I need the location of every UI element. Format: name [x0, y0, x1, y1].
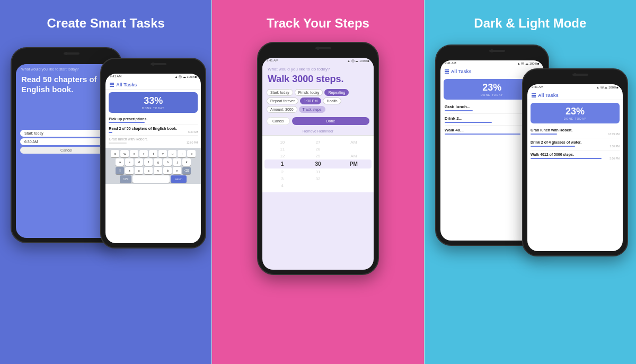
kb-y[interactable]: y	[158, 150, 167, 157]
remove-reminder[interactable]: Remove Reminder	[262, 127, 374, 136]
task-item: Read 2 of 50 chapters of English book. 6…	[109, 125, 198, 136]
kb-q[interactable]: q	[111, 150, 119, 157]
kb-f[interactable]: f	[144, 158, 153, 166]
menu-icon[interactable]	[110, 83, 114, 87]
kb-t[interactable]: t	[149, 150, 157, 157]
task-item: Grab lunch with Robert. 13:09 PM	[531, 126, 620, 138]
walk-prompt: What would you like to do today?	[268, 67, 368, 72]
p3f-tasks: Grab lunch with Robert. 13:09 PM Drink 2…	[527, 126, 623, 162]
kb-v[interactable]: v	[154, 167, 162, 174]
walk-task: Walk 3000 steps.	[268, 74, 368, 85]
kb-row: qwertyuio	[107, 150, 200, 157]
kb-n[interactable]: n	[173, 167, 181, 174]
kb-o[interactable]: o	[187, 150, 196, 157]
kb-z[interactable]: z	[125, 167, 134, 174]
done-button[interactable]: Done	[292, 117, 369, 125]
panel2-phones: 9:41 AM ▲ ⓦ ☁ 100%■ What would you like …	[223, 42, 413, 353]
panel1-front-phone: 9:41 AM ▲ ⓦ ☁ 100%■ All Tasks 33% DONE T…	[100, 58, 206, 248]
kb-j[interactable]: j	[173, 158, 181, 166]
kb-space[interactable]	[132, 175, 170, 183]
progress-pct: 33%	[112, 95, 195, 106]
p3f-task1-time: 13:09 PM	[608, 132, 620, 136]
tag-time: 1:30 PM	[300, 97, 321, 104]
tp-row-selected: 1 30 PM	[264, 159, 372, 168]
tp-row: 10 27 AM	[264, 139, 372, 146]
task-bar	[109, 132, 112, 133]
kb-x[interactable]: x	[135, 167, 143, 174]
task-item: Drink 2 of 4 glasses of water. 1:30 PM	[531, 138, 620, 150]
tp-row: 4	[264, 182, 372, 189]
p2-status-icons: ▲ ⓦ ☁ 100%■	[347, 59, 369, 64]
kb-w[interactable]: w	[120, 150, 129, 157]
progress-card: 33% DONE TODAY	[109, 92, 198, 113]
kb-k[interactable]: k	[182, 158, 191, 166]
kb-r[interactable]: r	[139, 150, 148, 157]
p3b-menu[interactable]	[445, 69, 449, 74]
p3f-label: DONE TODAY	[534, 117, 616, 120]
tags-container: Start: today Finish: today Repeating Rep…	[262, 89, 374, 115]
p3f-pct: 23%	[534, 106, 616, 117]
status-icons: ▲ ⓦ ☁ 100%■	[174, 75, 197, 79]
field-cancel[interactable]: Cancel	[20, 147, 112, 154]
p3f-task3: Walk 4012 of 5000 steps.	[531, 153, 620, 156]
p3f-task2: Drink 2 of 4 glasses of water.	[531, 140, 620, 144]
tag-start: Start: today	[267, 89, 293, 96]
tp-row: 11 28	[264, 146, 372, 153]
task-item: Walk 4012 of 5000 steps. 3:06 PM	[531, 150, 620, 162]
p3f-header: All Tasks	[538, 93, 559, 98]
kb-g[interactable]: g	[154, 158, 162, 166]
p3f-progress: 23% DONE TODAY	[531, 103, 620, 123]
kb-row-3: ⇧zxcvbn⌫	[107, 167, 200, 174]
field-time: 6:30 AM	[20, 138, 112, 145]
tag-repeating: Repeating	[324, 89, 349, 96]
p2-status-time: 9:41 AM	[267, 59, 278, 64]
panel3-title: Dark & Light Mode	[474, 16, 586, 31]
tag-track-steps: Track steps	[299, 106, 325, 113]
field-start: Start: today	[20, 130, 112, 137]
tag-repeat-forever: Repeat forever	[267, 97, 298, 104]
kb-return[interactable]: return	[171, 175, 187, 183]
back-phone-prompt: What would you like to start today?	[21, 67, 111, 71]
kb-d[interactable]: d	[135, 158, 143, 166]
panel1-phones: What would you like to start today? Read…	[11, 42, 201, 353]
kb-a[interactable]: a	[116, 158, 124, 166]
task-item: Pick up prescriptions.	[109, 116, 198, 125]
kb-e[interactable]: e	[130, 150, 138, 157]
kb-c[interactable]: c	[144, 167, 153, 174]
kb-h[interactable]: h	[163, 158, 172, 166]
progress-label: DONE TODAY	[112, 106, 195, 110]
panel1-title: Create Smart Tasks	[47, 16, 164, 31]
kb-u[interactable]: u	[168, 150, 176, 157]
kb-back[interactable]: ⌫	[182, 167, 191, 174]
tp-row: 3 32	[264, 175, 372, 182]
kb-shift[interactable]: ⇧	[116, 167, 124, 174]
kb-row-2: asdfghjk	[107, 158, 200, 166]
back-phone-text: Read 50 chapters of English book.	[21, 74, 111, 95]
panel-create-tasks: Create Smart Tasks What would you like t…	[0, 0, 211, 364]
panel3-phones: 9:41 AM ▲ ⓦ ☁ 100%■ All Tasks 23% DONE T…	[435, 42, 625, 353]
p3b-icons: ▲ ⓦ ☁ 100%■	[517, 61, 540, 66]
tp-row: 12 29 AM	[264, 153, 372, 159]
time-picker: 10 27 AM 11 28 12 29 AM 1	[262, 136, 374, 192]
keyboard: qwertyuio asdfghjk ⇧zxcvbn⌫ 123 return	[105, 148, 201, 184]
status-time: 9:41 AM	[110, 75, 121, 79]
kb-b[interactable]: b	[163, 167, 172, 174]
front-phone-header: All Tasks	[116, 82, 137, 87]
tag-finish: Finish: today	[295, 89, 323, 96]
p3b-time: 9:41 AM	[445, 61, 456, 66]
cancel-button[interactable]: Cancel	[267, 117, 290, 125]
panel2-phone: 9:41 AM ▲ ⓦ ☁ 100%■ What would you like …	[257, 42, 379, 275]
task-item: Grab lunch with Robert. 12:00 PM	[109, 136, 198, 146]
tp-row: 2 31	[264, 168, 372, 175]
p3b-header: All Tasks	[451, 69, 472, 74]
p3f-menu[interactable]	[532, 93, 536, 97]
panel2-title: Track Your Steps	[267, 16, 369, 31]
panel-track-steps: Track Your Steps 9:41 AM ▲ ⓦ ☁ 100%■ Wha…	[212, 0, 423, 364]
task-bar	[109, 122, 144, 123]
walk-prompt-area: What would you like to do today?	[262, 65, 374, 73]
task-list: Pick up prescriptions. Read 2 of 50 chap…	[105, 116, 201, 146]
kb-s[interactable]: s	[125, 158, 134, 166]
kb-i[interactable]: i	[178, 150, 186, 157]
p3f-task1: Grab lunch with Robert.	[531, 128, 620, 132]
kb-123[interactable]: 123	[120, 175, 131, 183]
